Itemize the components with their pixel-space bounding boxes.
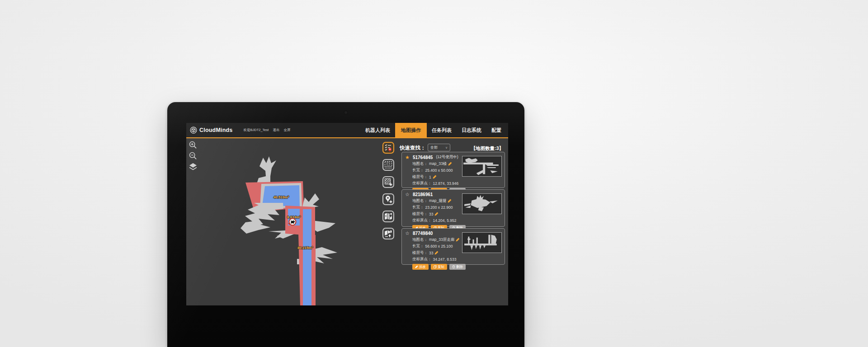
area-label-corridor: 80.215m² (297, 246, 313, 250)
map-filter-dropdown[interactable]: 全部 ∨ (428, 144, 450, 151)
select-region-icon (384, 160, 393, 169)
favorite-star-icon[interactable]: ☆ (405, 231, 410, 236)
tool-map-upload[interactable] (382, 228, 394, 239)
app-screen: CloudMinds 欢迎BJDT2_Test 退出 全屏 机器人列表 地图操作… (186, 123, 508, 305)
map-floor-value: 33 (429, 251, 433, 255)
map-zoom-controls (189, 141, 197, 171)
field-label: 坐标原点： (412, 218, 432, 223)
field-label: 楼层号： (412, 174, 428, 180)
scan-point-cloud (257, 156, 276, 183)
location-add-icon (384, 195, 393, 204)
nav-settings[interactable]: 配置 (486, 123, 506, 137)
webcam (344, 111, 347, 114)
field-label: 长宽： (412, 244, 424, 249)
map-thumbnail[interactable] (462, 232, 502, 253)
tool-select-region[interactable] (382, 159, 394, 171)
map-size-value: 23.200 x 22.900 (425, 205, 453, 210)
delete-map-button[interactable]: 删除 (449, 264, 466, 270)
edit-pencil-icon[interactable] (448, 162, 452, 166)
map-thumbnail[interactable] (462, 193, 502, 214)
nav-task-list[interactable]: 任务列表 (427, 123, 457, 137)
favorite-star-icon[interactable]: ★ (405, 155, 410, 160)
field-label: 长宽： (412, 168, 424, 173)
map-size-value: 25.400 x 50.000 (425, 168, 453, 173)
trash-icon (452, 265, 455, 268)
tool-map-task-list[interactable] (382, 142, 394, 154)
edit-pencil-icon[interactable] (448, 199, 452, 203)
field-label: 地图名： (412, 198, 428, 204)
edit-map-button[interactable]: 涂改 (412, 264, 429, 270)
fullscreen-link[interactable]: 全屏 (283, 128, 290, 132)
map-card[interactable]: ☆ 82186961 地图名：map_腿腿 长宽：23.200 x 22.900… (401, 189, 505, 227)
app-header: CloudMinds 欢迎BJDT2_Test 退出 全屏 机器人列表 地图操作… (186, 123, 508, 138)
map-task-list-icon (384, 143, 393, 152)
map-id: 87749840 (413, 231, 433, 236)
map-floor-value: 1 (429, 175, 431, 179)
welcome-user-label: 欢迎BJDT2_Test (244, 128, 269, 132)
map-card[interactable]: ☆ 87749840 地图名：map_33层走廊 长宽：56.600 x 25.… (401, 228, 505, 265)
map-card[interactable]: ★ 51764845 (12号使用中) 地图名：map_33楼 长宽：25.40… (401, 152, 505, 188)
field-label: 楼层号： (412, 211, 428, 217)
map-toolbar (382, 142, 394, 239)
virtual-wall-add-icon (384, 178, 393, 187)
favorite-star-icon[interactable]: ☆ (405, 192, 410, 197)
map-thumbnail-image (462, 233, 501, 253)
tool-virtual-wall-add[interactable] (382, 176, 394, 188)
map-origin-value: 12.874, 33.946 (433, 181, 459, 186)
edit-pencil-icon[interactable] (433, 175, 437, 179)
field-label: 坐标原点： (412, 257, 432, 262)
map-id: 82186961 (413, 192, 433, 197)
map-thumbnail[interactable] (462, 156, 502, 177)
cloudminds-logo-icon (190, 127, 197, 134)
chevron-down-icon: ∨ (445, 146, 448, 150)
map-origin-value: 34.247, 8.533 (433, 257, 457, 262)
map-count-badge: 【地图数量:3】 (471, 145, 504, 152)
field-label: 长宽： (412, 205, 424, 210)
card-actions: 涂改 复制 删除 (412, 264, 501, 270)
tool-location-add[interactable] (382, 193, 394, 205)
map-upload-icon (384, 229, 393, 238)
zoom-out-icon[interactable] (189, 152, 197, 160)
nav-log-system[interactable]: 日志系统 (457, 123, 486, 137)
brand-name: CloudMinds (199, 127, 233, 133)
map-marker-icon (384, 212, 393, 221)
field-label: 地图名： (412, 237, 428, 243)
field-label: 楼层号： (412, 250, 428, 256)
map-name-value: map_33楼 (429, 161, 447, 167)
edit-pencil-icon[interactable] (434, 212, 439, 216)
map-filter-value: 全部 (430, 145, 438, 150)
quick-find-label: 快速查找： (400, 145, 426, 151)
map-name-value: map_33层走廊 (429, 237, 454, 243)
nav-robot-list[interactable]: 机器人列表 (360, 123, 395, 137)
map-id: 51764845 (413, 155, 433, 160)
pencil-icon (415, 265, 418, 268)
field-label: 地图名： (412, 161, 428, 167)
map-in-use-badge: (12号使用中) (436, 155, 458, 160)
map-size-value: 56.600 x 25.100 (425, 244, 453, 249)
laptop-device: CloudMinds 欢迎BJDT2_Test 退出 全屏 机器人列表 地图操作… (167, 102, 524, 347)
map-floor-value: 33 (429, 212, 433, 216)
copy-map-button[interactable]: 复制 (431, 264, 447, 270)
map-origin-value: 14.204, 5.952 (433, 218, 457, 223)
map-thumbnail-image (462, 194, 501, 214)
edit-pencil-icon[interactable] (456, 238, 460, 242)
layers-icon[interactable] (189, 163, 197, 171)
map-name-value: map_腿腿 (429, 198, 446, 204)
logout-link[interactable]: 退出 (273, 128, 279, 132)
area-label-large: 40.519m² (274, 195, 289, 199)
edit-pencil-icon[interactable] (434, 251, 439, 255)
copy-icon (434, 265, 437, 268)
blue-corridor (303, 209, 311, 305)
map-thumbnail-image (462, 156, 501, 176)
session-links: 欢迎BJDT2_Test 退出 全屏 (244, 128, 291, 132)
tool-map-marker[interactable] (382, 211, 394, 222)
nav-map-operations[interactable]: 地图操作 (395, 123, 427, 137)
field-label: 坐标原点： (412, 181, 432, 186)
main-nav: 机器人列表 地图操作 任务列表 日志系统 配置 (360, 123, 506, 137)
zoom-in-icon[interactable] (189, 141, 197, 149)
brand: CloudMinds (186, 127, 233, 134)
